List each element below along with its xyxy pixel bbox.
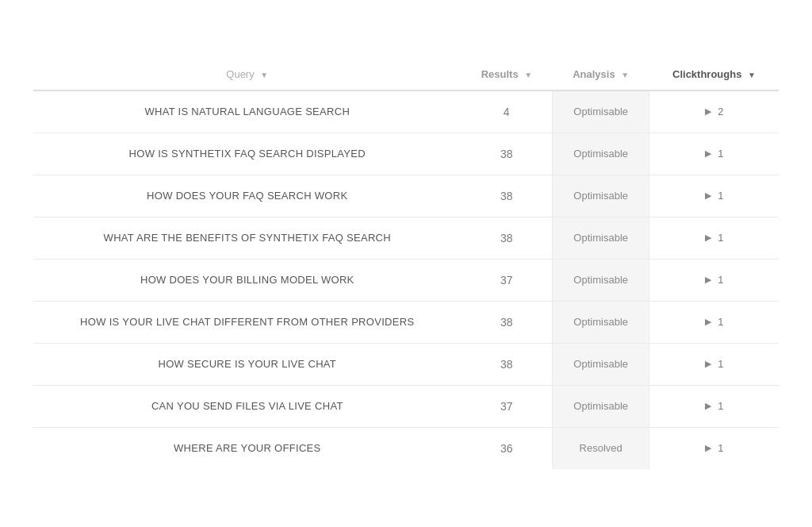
cursor-icon: ▶ [705, 359, 711, 369]
table-row[interactable]: HOW DOES YOUR FAQ SEARCH WORK38Optimisab… [33, 175, 779, 217]
cell-analysis: Optimisable [552, 133, 649, 175]
cell-query: HOW IS YOUR LIVE CHAT DIFFERENT FROM OTH… [33, 301, 462, 343]
cell-clickthroughs: ▶1 [649, 385, 779, 427]
table-row[interactable]: HOW SECURE IS YOUR LIVE CHAT38Optimisabl… [33, 343, 779, 385]
column-header-analysis[interactable]: Analysis ▼ [552, 59, 649, 90]
cursor-icon: ▶ [705, 148, 711, 159]
cell-query: HOW DOES YOUR FAQ SEARCH WORK [33, 175, 462, 217]
cell-results: 36 [462, 427, 553, 469]
cell-clickthroughs: ▶1 [649, 133, 779, 175]
cell-analysis: Optimisable [552, 217, 649, 259]
cell-clickthroughs: ▶2 [649, 90, 779, 133]
cell-results: 38 [462, 133, 553, 175]
table-row[interactable]: WHAT ARE THE BENEFITS OF SYNTHETIX FAQ S… [33, 217, 779, 259]
cell-query: WHAT ARE THE BENEFITS OF SYNTHETIX FAQ S… [33, 217, 462, 259]
cell-results: 38 [462, 343, 553, 385]
cell-clickthroughs: ▶1 [649, 259, 779, 301]
cell-clickthroughs: ▶1 [649, 175, 779, 217]
table-body: WHAT IS NATURAL LANGUAGE SEARCH4Optimisa… [33, 90, 779, 469]
table-header-row: Query ▼ Results ▼ Analysis ▼ Clickthroug… [33, 59, 779, 90]
table-row[interactable]: HOW IS YOUR LIVE CHAT DIFFERENT FROM OTH… [33, 301, 779, 343]
clickthrough-value: 1 [718, 148, 723, 160]
cursor-icon: ▶ [705, 317, 711, 327]
cell-analysis: Optimisable [552, 259, 649, 301]
cell-analysis: Optimisable [552, 175, 649, 217]
cursor-icon: ▶ [705, 401, 711, 411]
table-row[interactable]: WHERE ARE YOUR OFFICES36Resolved▶1 [33, 427, 779, 469]
cell-analysis: Optimisable [552, 301, 649, 343]
cell-query: WHAT IS NATURAL LANGUAGE SEARCH [33, 90, 462, 133]
cell-query: WHERE ARE YOUR OFFICES [33, 427, 462, 469]
cell-analysis: Optimisable [552, 343, 649, 385]
cursor-icon: ▶ [705, 443, 711, 453]
cell-analysis: Resolved [552, 427, 649, 469]
column-header-query[interactable]: Query ▼ [33, 59, 462, 90]
table-container: Query ▼ Results ▼ Analysis ▼ Clickthroug… [25, 43, 787, 485]
clickthrough-value: 1 [718, 358, 723, 370]
cell-clickthroughs: ▶1 [649, 301, 779, 343]
sort-arrow-analysis: ▼ [621, 71, 629, 79]
table-row[interactable]: WHAT IS NATURAL LANGUAGE SEARCH4Optimisa… [33, 90, 779, 133]
table-row[interactable]: HOW IS SYNTHETIX FAQ SEARCH DISPLAYED38O… [33, 133, 779, 175]
cell-clickthroughs: ▶1 [649, 343, 779, 385]
sort-arrow-results: ▼ [524, 71, 532, 79]
cell-query: HOW SECURE IS YOUR LIVE CHAT [33, 343, 462, 385]
clickthrough-value: 1 [718, 400, 723, 412]
cell-analysis: Optimisable [552, 385, 649, 427]
cursor-icon: ▶ [705, 275, 711, 285]
clickthrough-value: 1 [718, 442, 723, 454]
column-header-results[interactable]: Results ▼ [462, 59, 553, 90]
column-header-clickthroughs[interactable]: Clickthroughs ▼ [649, 59, 779, 90]
cursor-icon: ▶ [705, 190, 711, 201]
cursor-icon: ▶ [705, 106, 711, 117]
cell-query: HOW DOES YOUR BILLING MODEL WORK [33, 259, 462, 301]
cell-clickthroughs: ▶1 [649, 217, 779, 259]
cell-query: CAN YOU SEND FILES VIA LIVE CHAT [33, 385, 462, 427]
table-row[interactable]: CAN YOU SEND FILES VIA LIVE CHAT37Optimi… [33, 385, 779, 427]
cell-results: 38 [462, 175, 553, 217]
sort-arrow-query: ▼ [260, 71, 268, 79]
clickthrough-value: 1 [718, 190, 723, 202]
sort-arrow-clickthroughs: ▼ [748, 71, 756, 79]
clickthrough-value: 1 [718, 316, 723, 328]
cell-clickthroughs: ▶1 [649, 427, 779, 469]
cell-results: 37 [462, 259, 553, 301]
clickthrough-value: 1 [718, 274, 723, 286]
cell-results: 38 [462, 217, 553, 259]
clickthrough-value: 1 [718, 232, 723, 244]
cell-results: 38 [462, 301, 553, 343]
cell-query: HOW IS SYNTHETIX FAQ SEARCH DISPLAYED [33, 133, 462, 175]
cursor-icon: ▶ [705, 233, 711, 243]
clickthrough-value: 2 [718, 106, 723, 117]
cell-results: 4 [462, 90, 553, 133]
table-row[interactable]: HOW DOES YOUR BILLING MODEL WORK37Optimi… [33, 259, 779, 301]
data-table: Query ▼ Results ▼ Analysis ▼ Clickthroug… [33, 59, 779, 469]
cell-results: 37 [462, 385, 553, 427]
cell-analysis: Optimisable [552, 90, 649, 133]
